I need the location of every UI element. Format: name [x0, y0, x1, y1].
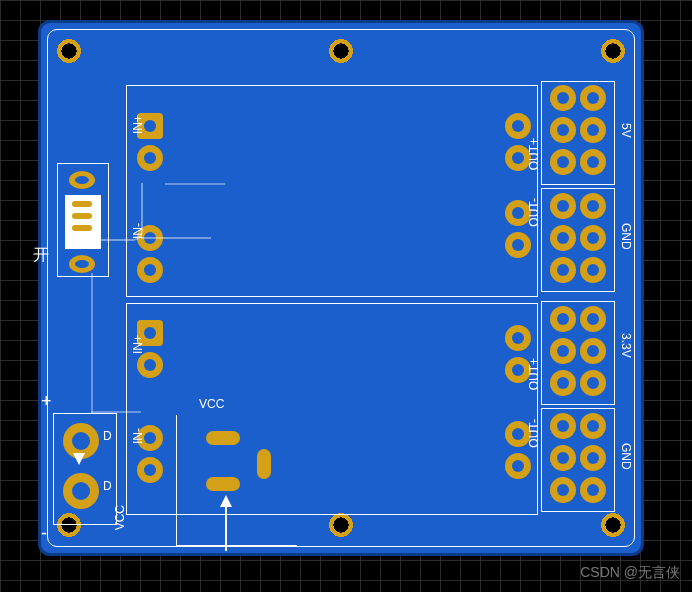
pad-out-minus-2b: [505, 453, 531, 479]
pad-out-plus-1: [505, 113, 531, 139]
label-out-plus-2: OUT+: [527, 358, 541, 390]
label-out-plus-1: OUT+: [527, 138, 541, 170]
pcb-board: IN+ IN- OUT+ OUT- IN+ IN- OUT+ OUT- 5V: [38, 20, 644, 556]
switch-slot: [72, 225, 92, 231]
smd-pad: [206, 431, 240, 445]
label-switch-cn: 开: [33, 245, 49, 266]
pad-out-minus-1b: [505, 232, 531, 258]
header-gnd1: [548, 191, 608, 287]
arrow-icon: [220, 495, 232, 507]
label-in-plus-1: IN+: [131, 115, 145, 134]
trace-line: [91, 273, 93, 413]
header-5v: [548, 83, 608, 179]
trace-line: [141, 237, 211, 239]
trace-line: [165, 183, 225, 185]
label-in-minus-2: IN-: [131, 428, 145, 444]
mounting-hole: [599, 511, 627, 539]
label-d2: D: [103, 479, 112, 493]
switch-pad: [69, 171, 95, 189]
arrow-line: [225, 503, 227, 551]
label-3v3: 3.3V: [619, 333, 633, 358]
mounting-hole: [327, 37, 355, 65]
arrow-icon: [73, 453, 85, 465]
power-in-pad-minus: [63, 473, 99, 509]
smd-pad: [257, 449, 271, 479]
label-5v: 5V: [619, 123, 633, 138]
pcb-canvas: IN+ IN- OUT+ OUT- IN+ IN- OUT+ OUT- 5V: [0, 0, 692, 592]
label-in-plus-2: IN+: [131, 335, 145, 354]
label-minus: -: [41, 523, 47, 544]
label-vcc-bottom: VCC: [113, 505, 127, 530]
label-d1: D: [103, 429, 112, 443]
label-gnd1: GND: [619, 223, 633, 250]
header-gnd2: [548, 411, 608, 507]
pad-in-minus-1b: [137, 257, 163, 283]
switch-slot: [72, 201, 92, 207]
pad-in-plus-2b: [137, 352, 163, 378]
pad-out-plus-2: [505, 325, 531, 351]
label-out-minus-1: OUT-: [527, 198, 541, 227]
watermark-text: CSDN @无言侠: [580, 564, 680, 582]
mounting-hole: [327, 511, 355, 539]
label-vcc-top: VCC: [199, 397, 224, 411]
label-gnd2: GND: [619, 443, 633, 470]
label-out-minus-2: OUT-: [527, 419, 541, 448]
switch-pad: [69, 255, 95, 273]
pad-in-plus-1b: [137, 145, 163, 171]
trace-line: [91, 411, 141, 413]
label-plus: +: [41, 391, 52, 412]
mounting-hole: [55, 37, 83, 65]
trace-line: [101, 183, 143, 241]
header-3v3: [548, 304, 608, 400]
smd-pad: [206, 477, 240, 491]
pad-in-minus-2b: [137, 457, 163, 483]
mounting-hole: [599, 37, 627, 65]
switch-slot: [72, 213, 92, 219]
module1-outline: [126, 85, 538, 297]
